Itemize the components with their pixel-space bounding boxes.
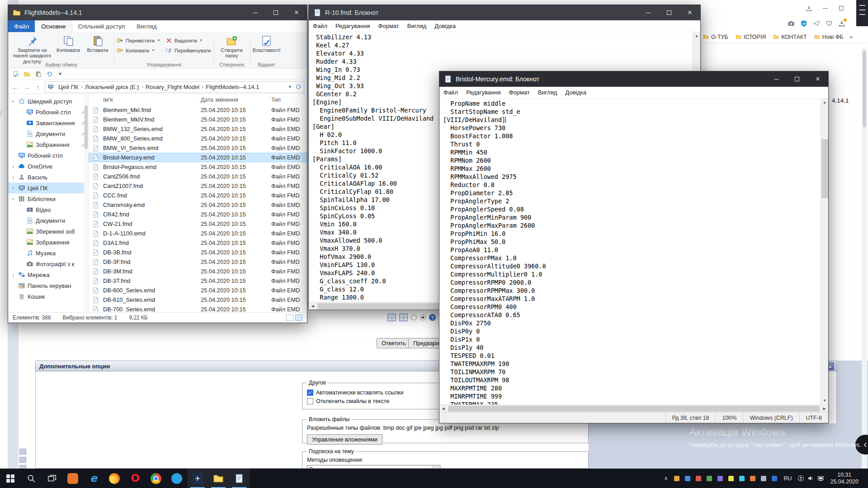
file-row[interactable]: BMW_800_Series.emd25.04.2020 10:15Файл E… — [89, 134, 307, 143]
scrollbar-thumb[interactable] — [85, 106, 88, 149]
horizontal-scrollbar[interactable]: ◀ ▶ — [439, 404, 828, 412]
breadcrumb-segment[interactable]: FlightModels--4.14.1 — [203, 84, 262, 90]
sidebar-item[interactable]: Документи — [8, 128, 88, 139]
edge-taskbar-icon[interactable]: e — [83, 469, 104, 488]
sidebar-item[interactable]: Зображення — [8, 237, 88, 248]
column-name[interactable]: Ім'я — [89, 96, 198, 103]
blue-app-taskbar-icon[interactable] — [166, 469, 187, 488]
refresh-icon[interactable] — [295, 84, 302, 90]
sidebar-item[interactable]: Робочий стіл — [8, 150, 88, 161]
scroll-up-icon[interactable]: ▲ — [693, 32, 700, 40]
file-row[interactable]: BMW_132_Series.emd25.04.2020 10:15Файл E… — [89, 124, 307, 134]
text-area[interactable]: PropName middle StartStopName std_e[VIII… — [439, 99, 821, 404]
share-icon[interactable] — [813, 20, 820, 27]
scroll-down-icon[interactable]: ▼ — [821, 397, 828, 404]
file-row[interactable]: DB-3T.fmd25.04.2020 10:15Файл FMD — [89, 276, 307, 286]
start-button[interactable] — [0, 469, 21, 488]
scroll-left-icon[interactable]: ◀ — [309, 304, 316, 308]
close-button[interactable]: × — [286, 5, 307, 20]
scrollbar-thumb[interactable] — [863, 51, 866, 127]
taskbar-search-button[interactable] — [21, 469, 42, 488]
tray-icon[interactable] — [704, 474, 714, 483]
column-type[interactable]: Тип — [269, 96, 307, 103]
properties-button[interactable]: Властивості — [253, 34, 281, 61]
language-indicator[interactable]: RU — [779, 475, 796, 482]
thumbnail-icon[interactable] — [19, 449, 26, 455]
expander-icon[interactable]: › — [10, 99, 17, 104]
file-row[interactable]: CR42.fmd25.04.2020 10:15Файл FMD — [89, 210, 307, 219]
sidebar-item[interactable]: Збережені зоб — [8, 226, 88, 237]
camera-icon[interactable] — [788, 20, 795, 27]
breadcrumb-segment[interactable]: Локальний диск (E:) — [83, 84, 142, 90]
shield-icon[interactable] — [800, 20, 807, 27]
tray-icon[interactable] — [737, 474, 747, 483]
sidebar-item[interactable]: Кошик — [8, 291, 88, 302]
close-button[interactable]: × — [679, 5, 700, 20]
tray-icon[interactable] — [672, 474, 682, 483]
sidebar-item[interactable]: Фотографії з к — [8, 258, 88, 269]
explorer-titlebar[interactable]: FlightModels--4.14.1 × — [8, 5, 307, 20]
bookmark-item[interactable]: КОНТАКТ — [770, 34, 810, 40]
sidebar-item[interactable]: ›Бібліотеки — [8, 193, 88, 204]
tab-home[interactable]: Основне — [35, 20, 72, 32]
details-view-icon[interactable] — [295, 314, 302, 321]
favorites-icon[interactable] — [826, 20, 833, 27]
user-tray-icon[interactable] — [796, 474, 806, 483]
file-row[interactable]: DB-700_Series.emd25.04.2020 10:15Файл EM… — [89, 305, 307, 312]
menu-item[interactable]: Довідка — [561, 89, 590, 96]
side-panel[interactable] — [856, 0, 868, 26]
pin-quick-access-button[interactable]: Закріпити на панелі швидкого доступу — [11, 34, 53, 61]
explorer-taskbar-icon[interactable] — [208, 469, 229, 488]
properties-qat-icon[interactable] — [13, 71, 19, 77]
tray-expand-icon[interactable]: ∧ — [660, 475, 672, 481]
subscription-select[interactable]: Без подписки ▼ — [307, 465, 440, 469]
tab-share[interactable]: Спільний доступ — [72, 20, 131, 32]
minimize-button[interactable] — [638, 5, 659, 20]
tray-icon[interactable] — [726, 474, 736, 483]
editor-grid-icon[interactable] — [399, 314, 408, 321]
bookmarks-overflow-icon[interactable]: » — [849, 34, 868, 40]
tray-icon[interactable] — [693, 474, 703, 483]
tray-icon[interactable] — [759, 474, 769, 483]
notepad-taskbar-icon[interactable] — [229, 469, 250, 488]
file-row[interactable]: D-1-A-1100.emd25.04.2020 10:15Файл EMD — [89, 229, 307, 238]
column-date[interactable]: Дата змінення — [198, 96, 269, 103]
copy-button[interactable]: Копіювати — [54, 34, 82, 61]
scroll-right-icon[interactable]: ▶ — [821, 407, 828, 411]
network-icon[interactable] — [816, 474, 826, 483]
file-row[interactable]: D3A1.fmd25.04.2020 10:15Файл FMD — [89, 238, 307, 248]
scroll-left-icon[interactable]: ◀ — [439, 407, 447, 411]
sidebar-item[interactable]: Зображення — [8, 139, 88, 150]
maximize-icon[interactable] — [835, 3, 848, 14]
sidebar-item[interactable]: ›Швидкий доступ — [8, 96, 88, 107]
task-view-button[interactable] — [42, 469, 62, 488]
sidebar-item[interactable]: Документи — [8, 215, 88, 226]
checkbox-icon[interactable] — [307, 398, 313, 404]
sidebar-item[interactable]: ›Мережа — [8, 269, 88, 280]
address-dropdown-icon[interactable]: ▼ — [286, 84, 294, 89]
tray-icon[interactable] — [683, 474, 693, 483]
forward-button[interactable]: → — [22, 83, 31, 91]
list-view-icon[interactable] — [286, 314, 293, 321]
new-folder-button[interactable]: Створити папку — [216, 34, 248, 61]
file-row[interactable]: CCC.fmd25.04.2020 10:15Файл FMD — [89, 191, 307, 200]
editor-table-icon[interactable] — [387, 314, 396, 321]
folder-qat-icon[interactable] — [24, 71, 30, 77]
minimize-button[interactable] — [245, 5, 265, 20]
breadcrumb-segment[interactable]: Rosary_Flight Model — [143, 84, 202, 90]
paste-button[interactable]: Вставити — [84, 34, 112, 61]
radio-selected-icon[interactable] — [420, 314, 426, 320]
scrollbar-thumb[interactable] — [448, 406, 820, 412]
sidebar-item[interactable]: ›Василь — [8, 172, 88, 183]
close-button[interactable]: × — [807, 71, 828, 87]
tab-view[interactable]: Вигляд — [131, 20, 162, 32]
file-row[interactable]: DB-3B.fmd25.04.2020 10:15Файл FMD — [89, 248, 307, 257]
menu-item[interactable]: Формат — [374, 23, 403, 29]
minimize-button[interactable] — [766, 71, 787, 87]
bookmark-item[interactable]: ІСТОРІЯ — [732, 34, 769, 40]
game-taskbar-icon[interactable]: ✈ — [187, 469, 208, 488]
radio-icon[interactable] — [411, 314, 417, 320]
sidebar-item[interactable]: ›Цей ПК — [8, 183, 88, 193]
chrome-taskbar-icon[interactable] — [146, 469, 166, 488]
delete-button[interactable]: Видалити▼ — [165, 37, 211, 44]
